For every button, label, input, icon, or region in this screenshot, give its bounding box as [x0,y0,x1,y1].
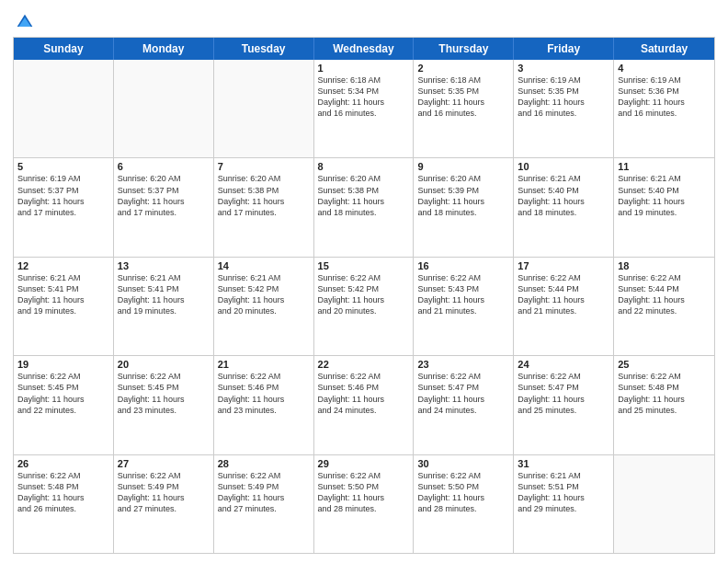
cell-info: Sunrise: 6:22 AM Sunset: 5:45 PM Dayligh… [118,371,210,416]
day-number: 10 [518,161,609,172]
day-number: 18 [618,260,711,271]
calendar-header-cell: Thursday [414,38,514,60]
calendar-cell: 7Sunrise: 6:20 AM Sunset: 5:38 PM Daylig… [214,158,314,256]
cell-info: Sunrise: 6:20 AM Sunset: 5:39 PM Dayligh… [417,173,509,218]
calendar-cell: 26Sunrise: 6:22 AM Sunset: 5:48 PM Dayli… [14,455,114,553]
cell-info: Sunrise: 6:19 AM Sunset: 5:37 PM Dayligh… [17,173,109,218]
cell-info: Sunrise: 6:22 AM Sunset: 5:48 PM Dayligh… [618,371,711,416]
logo [13,13,34,31]
day-number: 3 [518,63,609,74]
calendar-cell: 5Sunrise: 6:19 AM Sunset: 5:37 PM Daylig… [14,158,114,256]
calendar-header-cell: Sunday [14,38,114,60]
day-number: 14 [218,260,310,271]
calendar-body: 1Sunrise: 6:18 AM Sunset: 5:34 PM Daylig… [14,60,714,553]
cell-info: Sunrise: 6:22 AM Sunset: 5:49 PM Dayligh… [218,470,310,515]
calendar-cell: 11Sunrise: 6:21 AM Sunset: 5:40 PM Dayli… [614,158,714,256]
cell-info: Sunrise: 6:20 AM Sunset: 5:37 PM Dayligh… [118,173,210,218]
cell-info: Sunrise: 6:20 AM Sunset: 5:38 PM Dayligh… [218,173,310,218]
cell-info: Sunrise: 6:22 AM Sunset: 5:46 PM Dayligh… [318,371,410,416]
day-number: 16 [417,260,509,271]
calendar-cell: 29Sunrise: 6:22 AM Sunset: 5:50 PM Dayli… [314,455,415,553]
day-number: 22 [318,359,410,370]
cell-info: Sunrise: 6:22 AM Sunset: 5:50 PM Dayligh… [417,470,509,515]
calendar-cell: 9Sunrise: 6:20 AM Sunset: 5:39 PM Daylig… [414,158,514,256]
logo-icon [16,13,34,31]
day-number: 15 [318,260,410,271]
cell-info: Sunrise: 6:22 AM Sunset: 5:47 PM Dayligh… [417,371,509,416]
day-number: 21 [218,359,310,370]
calendar-header-cell: Tuesday [214,38,314,60]
calendar-cell: 18Sunrise: 6:22 AM Sunset: 5:44 PM Dayli… [614,258,714,355]
calendar-cell: 31Sunrise: 6:21 AM Sunset: 5:51 PM Dayli… [514,455,614,553]
calendar-header-cell: Friday [514,38,614,60]
calendar-cell [614,455,714,553]
day-number: 6 [118,161,210,172]
calendar-cell: 25Sunrise: 6:22 AM Sunset: 5:48 PM Dayli… [614,356,714,454]
calendar-cell: 24Sunrise: 6:22 AM Sunset: 5:47 PM Dayli… [514,356,614,454]
calendar-cell: 3Sunrise: 6:19 AM Sunset: 5:35 PM Daylig… [514,60,614,157]
cell-info: Sunrise: 6:22 AM Sunset: 5:50 PM Dayligh… [318,470,410,515]
calendar-cell: 22Sunrise: 6:22 AM Sunset: 5:46 PM Dayli… [314,356,415,454]
calendar-row: 1Sunrise: 6:18 AM Sunset: 5:34 PM Daylig… [14,60,714,158]
day-number: 4 [618,63,711,74]
cell-info: Sunrise: 6:19 AM Sunset: 5:36 PM Dayligh… [618,75,711,120]
calendar-header-cell: Monday [114,38,214,60]
cell-info: Sunrise: 6:22 AM Sunset: 5:47 PM Dayligh… [518,371,609,416]
day-number: 5 [17,161,109,172]
calendar-cell: 30Sunrise: 6:22 AM Sunset: 5:50 PM Dayli… [414,455,514,553]
day-number: 20 [118,359,210,370]
calendar-cell: 12Sunrise: 6:21 AM Sunset: 5:41 PM Dayli… [14,258,114,355]
calendar-cell [214,60,314,157]
cell-info: Sunrise: 6:22 AM Sunset: 5:48 PM Dayligh… [17,470,109,515]
day-number: 26 [17,458,109,469]
day-number: 13 [118,260,210,271]
page: SundayMondayTuesdayWednesdayThursdayFrid… [0,0,728,563]
day-number: 17 [518,260,609,271]
calendar-cell: 4Sunrise: 6:19 AM Sunset: 5:36 PM Daylig… [614,60,714,157]
cell-info: Sunrise: 6:22 AM Sunset: 5:45 PM Dayligh… [17,371,109,416]
cell-info: Sunrise: 6:22 AM Sunset: 5:46 PM Dayligh… [218,371,310,416]
cell-info: Sunrise: 6:21 AM Sunset: 5:41 PM Dayligh… [17,272,109,317]
calendar-header: SundayMondayTuesdayWednesdayThursdayFrid… [14,38,714,60]
day-number: 7 [218,161,310,172]
cell-info: Sunrise: 6:22 AM Sunset: 5:44 PM Dayligh… [618,272,711,317]
day-number: 9 [417,161,509,172]
cell-info: Sunrise: 6:21 AM Sunset: 5:51 PM Dayligh… [518,470,609,515]
cell-info: Sunrise: 6:22 AM Sunset: 5:49 PM Dayligh… [118,470,210,515]
cell-info: Sunrise: 6:22 AM Sunset: 5:44 PM Dayligh… [518,272,609,317]
calendar-cell: 15Sunrise: 6:22 AM Sunset: 5:42 PM Dayli… [314,258,415,355]
cell-info: Sunrise: 6:21 AM Sunset: 5:40 PM Dayligh… [518,173,609,218]
cell-info: Sunrise: 6:19 AM Sunset: 5:35 PM Dayligh… [518,75,609,120]
calendar-header-cell: Wednesday [314,38,415,60]
day-number: 8 [318,161,410,172]
cell-info: Sunrise: 6:21 AM Sunset: 5:40 PM Dayligh… [618,173,711,218]
day-number: 1 [318,63,410,74]
day-number: 12 [17,260,109,271]
calendar-cell [14,60,114,157]
calendar: SundayMondayTuesdayWednesdayThursdayFrid… [13,37,715,554]
calendar-row: 5Sunrise: 6:19 AM Sunset: 5:37 PM Daylig… [14,158,714,257]
cell-info: Sunrise: 6:21 AM Sunset: 5:41 PM Dayligh… [118,272,210,317]
day-number: 29 [318,458,410,469]
day-number: 30 [417,458,509,469]
calendar-cell: 8Sunrise: 6:20 AM Sunset: 5:38 PM Daylig… [314,158,415,256]
day-number: 31 [518,458,609,469]
day-number: 19 [17,359,109,370]
day-number: 2 [417,63,509,74]
calendar-cell [114,60,214,157]
cell-info: Sunrise: 6:20 AM Sunset: 5:38 PM Dayligh… [318,173,410,218]
calendar-cell: 28Sunrise: 6:22 AM Sunset: 5:49 PM Dayli… [214,455,314,553]
calendar-header-cell: Saturday [614,38,714,60]
calendar-cell: 13Sunrise: 6:21 AM Sunset: 5:41 PM Dayli… [114,258,214,355]
cell-info: Sunrise: 6:18 AM Sunset: 5:34 PM Dayligh… [318,75,410,120]
day-number: 28 [218,458,310,469]
calendar-row: 19Sunrise: 6:22 AM Sunset: 5:45 PM Dayli… [14,356,714,454]
calendar-cell: 20Sunrise: 6:22 AM Sunset: 5:45 PM Dayli… [114,356,214,454]
day-number: 24 [518,359,609,370]
calendar-cell: 10Sunrise: 6:21 AM Sunset: 5:40 PM Dayli… [514,158,614,256]
header [13,9,715,31]
calendar-row: 26Sunrise: 6:22 AM Sunset: 5:48 PM Dayli… [14,455,714,553]
day-number: 11 [618,161,711,172]
calendar-cell: 21Sunrise: 6:22 AM Sunset: 5:46 PM Dayli… [214,356,314,454]
day-number: 27 [118,458,210,469]
